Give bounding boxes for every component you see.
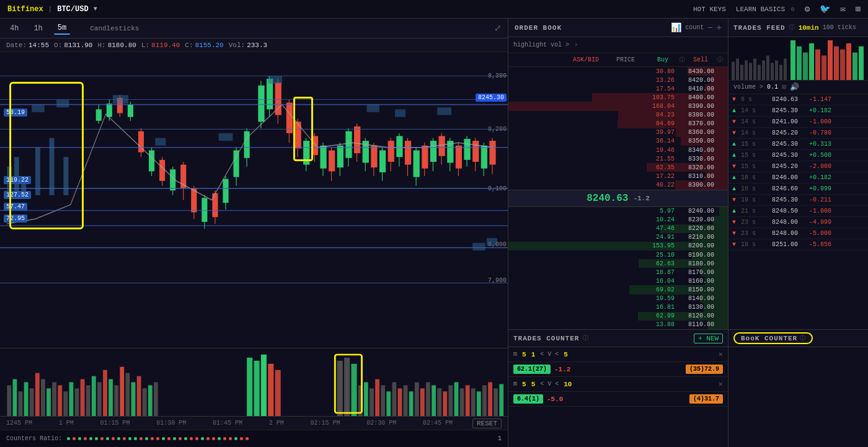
timeframe-1h[interactable]: 1h [30,23,46,34]
ob-bid-qty: 69.02 [513,286,680,293]
ob-ask-row[interactable]: 36.14 8350.00 [508,137,728,146]
learn-basics-link[interactable]: LEARN BASICS ⚙ [736,6,795,13]
tf-speaker-icon[interactable]: 🔊 [790,82,799,92]
ob-chart-icon[interactable]: 📊 [671,22,681,33]
tf-price: 8245.20 [762,163,798,170]
tf-table-icon[interactable]: ⊞ [782,82,786,92]
ob-bid-row[interactable]: 16.04 8160.00 [508,277,728,285]
tf-price: 8245.20 [762,130,798,136]
ob-bid-row[interactable]: 5.97 8240.00 [508,207,728,216]
ob-ask-row[interactable]: 19.46 8340.00 [508,146,728,154]
tc-close-1[interactable]: ✕ [719,350,723,359]
ob-bid-row[interactable]: 16.81 8130.00 [508,303,728,312]
ob-ask-row[interactable]: 84.69 8370.00 [508,120,728,128]
reset-button[interactable]: RESET [472,418,502,428]
svg-rect-90 [464,139,470,160]
svg-rect-140 [154,383,158,417]
tc-orange-val-1: (35)72.9 [686,365,723,374]
ob-bid-row[interactable]: 13.88 8110.00 [508,321,728,329]
tf-ticks-btn[interactable]: 100 ticks [823,24,856,31]
tc-close-2[interactable]: ✕ [719,379,723,389]
svg-rect-180 [815,50,820,80]
expand-icon[interactable]: ⤢ [494,23,502,33]
ob-minus-btn[interactable]: − [707,23,712,33]
ob-ask-qty: 36.14 [513,138,680,144]
svg-rect-115 [12,379,17,416]
svg-rect-145 [275,370,281,416]
ob-ask-row[interactable]: 39.97 8360.00 [508,128,728,137]
svg-rect-50 [294,122,301,148]
grid-icon[interactable]: ⊞ [856,4,861,14]
ob-ask-price: 8400.00 [680,94,723,101]
tc-v-val-1[interactable]: 5 [564,351,568,358]
tc-new-btn[interactable]: + NEW [694,334,723,343]
timeframe-4h[interactable]: 4h [6,23,22,34]
tf-change: -1.000 [800,208,831,215]
ob-ask-row[interactable]: 13.26 8420.00 [508,76,728,84]
svg-rect-88 [456,146,462,169]
ob-bid-row[interactable]: 153.95 8200.00 [508,242,728,250]
ob-bid-row[interactable]: 25.10 8190.00 [508,250,728,259]
settings-icon[interactable]: ⚙ [805,4,810,14]
chart-canvas[interactable]: 58.19 119.22 127.52 57.47 72.95 8245.30 … [0,52,508,348]
ob-ask-row[interactable]: 30.80 8430.00 [508,67,728,76]
tf-price: 8251.00 [762,241,798,248]
ob-bid-qty: 16.04 [513,278,680,285]
svg-rect-54 [312,136,318,155]
tf-time-btn[interactable]: 10min [799,24,819,32]
ob-ask-row[interactable]: 21.55 8330.00 [508,154,728,163]
learn-basics-icon: ⚙ [791,6,795,13]
svg-rect-107 [219,133,233,141]
cr-dot [151,437,154,440]
ob-bid-row[interactable]: 62.99 8120.00 [508,312,728,321]
cr-dot [201,437,204,440]
ob-bid-row[interactable]: 18.87 8170.00 [508,268,728,277]
tf-change: +0.182 [800,107,831,114]
ob-bid-row[interactable]: 62.63 8180.00 [508,259,728,268]
mail-icon[interactable]: ✉ [840,4,845,14]
cr-dot [128,437,131,440]
ob-ask-row[interactable]: 84.23 8380.00 [508,111,728,120]
chart-type-label[interactable]: Candlesticks [90,25,139,32]
svg-rect-108 [268,76,282,83]
timeframe-5m[interactable]: 5m [54,22,70,35]
ob-col-sell-info: ⓘ [717,56,723,64]
cr-dot [140,437,143,440]
tf-trade-row: ▲ 16 s 8246.60 +0.999 [728,184,868,195]
ob-ask-row[interactable]: 103.75 8400.00 [508,93,728,102]
cr-dot [240,437,243,440]
twitter-icon[interactable]: 🐦 [820,4,830,14]
svg-rect-190 [740,64,743,80]
tc-row2-controls: m 5 5 < V < 10 ✕ [508,377,728,392]
svg-rect-38 [202,198,207,221]
ob-ask-price: 8430.00 [680,68,723,75]
ob-ask-row[interactable]: 40.22 8300.00 [508,180,728,189]
svg-rect-132 [108,379,113,416]
tc-val2-1[interactable]: 1 [531,351,536,358]
tc-v-val-2[interactable]: 10 [564,381,572,388]
ob-ask-price: 8380.00 [680,112,723,118]
tc-m-val-2[interactable]: 5 [522,381,526,388]
tc-m-val-1[interactable]: 5 [522,351,526,358]
pair-label[interactable]: BTC/USD [57,5,88,14]
tf-vol-val[interactable]: 0.1 [767,84,778,91]
ob-bid-row[interactable]: 24.91 8210.00 [508,233,728,242]
ob-bid-row[interactable]: 10.24 8230.00 [508,216,728,224]
ob-bid-price: 8220.00 [680,225,723,232]
tc-val2-2[interactable]: 5 [531,381,536,388]
pair-dropdown-icon[interactable]: ▼ [94,6,97,12]
ob-ask-row[interactable]: 62.35 8320.00 [508,163,728,172]
ob-bid-row[interactable]: 47.46 8220.00 [508,224,728,233]
ob-plus-btn[interactable]: + [717,23,722,33]
cr-dot [156,437,159,440]
cr-dot [218,437,221,440]
ob-ask-row[interactable]: 17.54 8410.00 [508,84,728,93]
ob-ask-row[interactable]: 17.22 8310.00 [508,172,728,180]
ob-bid-row[interactable]: 69.02 8150.00 [508,285,728,294]
hotkeys-link[interactable]: HOT KEYS [693,6,726,13]
svg-rect-164 [443,391,447,416]
ob-ask-row[interactable]: 168.04 8390.00 [508,102,728,110]
ob-bid-row[interactable]: 19.59 8140.00 [508,294,728,303]
price-level-12752: 127.52 [4,191,31,199]
tf-trade-row: ▼ 15 s 8245.20 -2.000 [728,161,868,172]
